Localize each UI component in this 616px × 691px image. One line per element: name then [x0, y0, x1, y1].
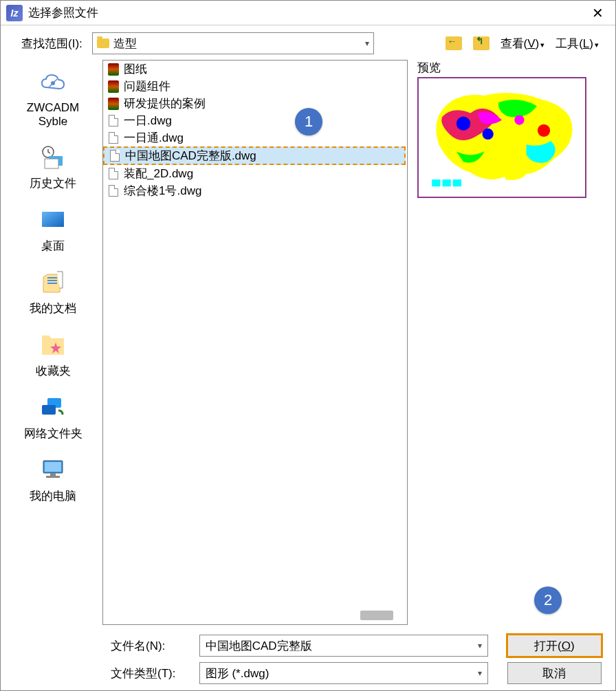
svg-point-19 — [538, 124, 550, 137]
file-row[interactable]: 装配_2D.dwg — [103, 165, 407, 182]
filetype-dropdown[interactable]: 图形 (*.dwg) ▾ — [199, 662, 488, 684]
sidebar-item-syble[interactable]: ZWCADM Syble — [12, 64, 94, 134]
history-icon — [38, 144, 68, 171]
preview-panel — [417, 77, 586, 198]
file-icon — [107, 115, 120, 127]
sidebar-item-desktop[interactable]: 桌面 — [12, 201, 94, 259]
toolbar: 查找范围(I): 造型 ▾ 查看(V)▾ 工具(L)▾ — [1, 25, 615, 60]
sidebar-item-label: 桌面 — [41, 238, 65, 254]
file-list[interactable]: 图纸问题组件研发提供的案例一日.dwg一日通.dwg中国地图CAD完整版.dwg… — [102, 60, 408, 625]
svg-point-18 — [514, 115, 524, 124]
archive-icon — [107, 63, 120, 76]
sidebar-item-computer[interactable]: 我的电脑 — [12, 451, 94, 509]
up-folder-icon[interactable] — [473, 36, 490, 50]
sidebar-item-label: 我的电脑 — [30, 488, 76, 504]
sidebar-item-label: 网络文件夹 — [24, 426, 82, 441]
file-name: 一日.dwg — [124, 113, 172, 129]
file-name: 图纸 — [124, 61, 147, 77]
svg-rect-13 — [50, 473, 56, 476]
archive-icon — [107, 80, 120, 93]
sidebar-item-label: 我的文档 — [30, 300, 76, 316]
svg-rect-7 — [47, 280, 57, 281]
svg-point-17 — [483, 129, 494, 140]
filename-value: 中国地图CAD完整版 — [206, 638, 312, 654]
file-row[interactable]: 中国地图CAD完整版.dwg — [103, 146, 406, 165]
title-bar: Iz 选择参照文件 ✕ — [1, 1, 615, 25]
chevron-down-icon: ▾ — [365, 39, 369, 48]
back-icon[interactable] — [446, 36, 462, 50]
sidebar-item-documents[interactable]: 我的文档 — [12, 263, 94, 322]
file-row[interactable]: 研发提供的案例 — [103, 95, 407, 112]
svg-rect-12 — [45, 462, 61, 472]
close-icon[interactable]: ✕ — [585, 5, 610, 21]
folder-icon — [97, 39, 109, 48]
file-row[interactable]: 图纸 — [103, 61, 407, 78]
file-icon — [109, 150, 121, 162]
range-label: 查找范围(I): — [21, 36, 82, 52]
favorites-icon — [38, 331, 68, 359]
callout-2: 2 — [534, 586, 562, 614]
svg-rect-21 — [443, 179, 451, 186]
file-name: 研发提供的案例 — [124, 96, 206, 111]
preview-label: 预览 — [417, 60, 603, 76]
desktop-icon — [38, 206, 68, 234]
file-name: 装配_2D.dwg — [124, 166, 193, 182]
folder-dropdown[interactable]: 造型 ▾ — [92, 32, 374, 54]
scroll-thumb[interactable] — [360, 611, 393, 620]
filetype-value: 图形 (*.dwg) — [206, 666, 270, 681]
preview-image — [421, 81, 582, 194]
bottom-panel: 文件名(N): 中国地图CAD完整版 ▾ 打开(O) 文件类型(T): 图形 (… — [1, 625, 615, 687]
window-title: 选择参照文件 — [28, 5, 585, 21]
file-row[interactable]: 一日通.dwg — [103, 129, 407, 146]
filename-input[interactable]: 中国地图CAD完整版 ▾ — [199, 635, 488, 657]
cloud-icon — [38, 69, 68, 97]
archive-icon — [107, 98, 120, 110]
svg-rect-8 — [47, 283, 57, 284]
app-icon: Iz — [6, 5, 23, 21]
file-row[interactable]: 综合楼1号.dwg — [103, 182, 407, 199]
documents-icon — [38, 269, 68, 296]
callout-1: 1 — [295, 108, 322, 135]
cancel-button[interactable]: 取消 — [507, 662, 602, 684]
file-name: 问题组件 — [124, 78, 170, 94]
svg-rect-14 — [46, 476, 60, 478]
filename-label: 文件名(N): — [111, 638, 191, 654]
file-row[interactable]: 问题组件 — [103, 78, 407, 95]
tools-menu[interactable]: 工具(L)▾ — [553, 36, 602, 52]
svg-rect-10 — [42, 405, 56, 415]
file-name: 中国地图CAD完整版.dwg — [125, 148, 256, 164]
sidebar-item-label: ZWCADM Syble — [12, 101, 94, 129]
sidebar-item-history[interactable]: 历史文件 — [12, 138, 94, 197]
file-icon — [107, 185, 120, 197]
file-icon — [107, 132, 120, 144]
filetype-label: 文件类型(T): — [111, 666, 191, 681]
sidebar-item-favorites[interactable]: 收藏夹 — [12, 326, 94, 384]
file-icon — [107, 168, 120, 180]
file-name: 一日通.dwg — [124, 130, 184, 146]
svg-rect-3 — [45, 159, 58, 168]
network-icon — [38, 394, 68, 421]
open-button[interactable]: 打开(O) — [507, 635, 602, 657]
sidebar-item-network[interactable]: 网络文件夹 — [12, 388, 94, 447]
view-menu[interactable]: 查看(V)▾ — [498, 36, 548, 52]
chevron-down-icon: ▾ — [478, 641, 482, 650]
svg-rect-20 — [432, 179, 440, 186]
current-folder-name: 造型 — [113, 36, 365, 52]
file-row[interactable]: 一日.dwg — [103, 112, 407, 129]
sidebar-item-label: 历史文件 — [30, 175, 76, 191]
places-sidebar: ZWCADM Syble 历史文件 桌面 我的文档 收藏夹 网络文件夹 我的电脑 — [3, 60, 102, 625]
svg-point-16 — [456, 116, 470, 130]
chevron-down-icon: ▾ — [478, 668, 482, 678]
file-name: 综合楼1号.dwg — [124, 183, 201, 199]
svg-rect-5 — [42, 212, 64, 227]
computer-icon — [38, 457, 68, 484]
svg-rect-22 — [453, 179, 461, 186]
sidebar-item-label: 收藏夹 — [36, 363, 71, 379]
svg-rect-6 — [47, 277, 57, 278]
